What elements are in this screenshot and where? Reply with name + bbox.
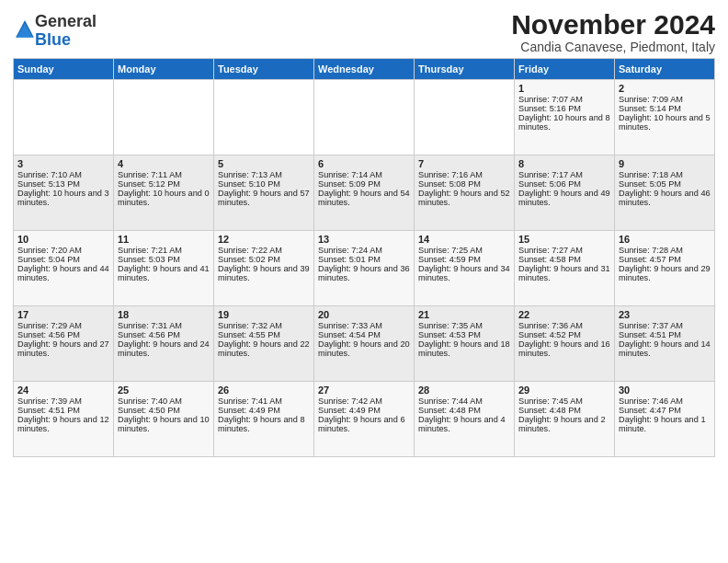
day-info: Sunset: 4:58 PM (518, 255, 610, 264)
calendar-cell: 10Sunrise: 7:20 AMSunset: 5:04 PMDayligh… (14, 231, 114, 306)
day-info: Daylight: 9 hours and 2 minutes. (518, 415, 610, 433)
calendar-header: SundayMondayTuesdayWednesdayThursdayFrid… (14, 59, 715, 80)
day-number: 20 (318, 309, 410, 320)
day-info: Daylight: 10 hours and 0 minutes. (118, 189, 210, 207)
day-info: Sunrise: 7:13 AM (218, 170, 310, 179)
day-number: 14 (418, 234, 510, 245)
day-number: 19 (218, 309, 310, 320)
day-info: Daylight: 10 hours and 5 minutes. (619, 113, 711, 132)
day-number: 6 (318, 158, 410, 169)
day-info: Sunrise: 7:35 AM (418, 321, 510, 330)
day-info: Daylight: 9 hours and 54 minutes. (318, 189, 410, 207)
day-info: Daylight: 9 hours and 14 minutes. (619, 339, 711, 358)
day-info: Sunset: 5:06 PM (518, 179, 610, 189)
weekday-header: Wednesday (314, 59, 415, 80)
calendar-cell: 13Sunrise: 7:24 AMSunset: 5:01 PMDayligh… (314, 231, 415, 306)
day-info: Sunset: 5:09 PM (318, 179, 410, 189)
day-info: Daylight: 10 hours and 8 minutes. (518, 113, 610, 132)
calendar-cell: 30Sunrise: 7:46 AMSunset: 4:47 PMDayligh… (615, 382, 715, 457)
day-number: 30 (619, 385, 711, 396)
day-number: 10 (17, 234, 109, 245)
day-number: 26 (218, 385, 310, 396)
weekday-header: Monday (114, 59, 214, 80)
day-info: Sunset: 4:53 PM (418, 330, 510, 339)
calendar-cell: 6Sunrise: 7:14 AMSunset: 5:09 PMDaylight… (314, 155, 415, 231)
day-number: 11 (118, 234, 210, 245)
day-info: Daylight: 9 hours and 16 minutes. (518, 339, 610, 358)
day-info: Daylight: 9 hours and 31 minutes. (518, 264, 610, 282)
day-info: Daylight: 9 hours and 10 minutes. (118, 415, 210, 433)
day-info: Sunset: 4:56 PM (118, 330, 210, 339)
logo-general: General (35, 12, 97, 30)
day-info: Sunrise: 7:33 AM (318, 321, 410, 330)
day-info: Sunrise: 7:29 AM (17, 321, 109, 330)
day-number: 29 (518, 385, 610, 396)
day-info: Daylight: 9 hours and 8 minutes. (218, 415, 310, 433)
day-info: Sunrise: 7:37 AM (619, 321, 711, 330)
weekday-header: Tuesday (214, 59, 314, 80)
calendar-cell: 15Sunrise: 7:27 AMSunset: 4:58 PMDayligh… (515, 231, 615, 306)
day-info: Sunrise: 7:36 AM (518, 321, 610, 330)
day-info: Daylight: 9 hours and 18 minutes. (418, 339, 510, 358)
day-info: Sunrise: 7:44 AM (418, 396, 510, 406)
calendar-cell: 21Sunrise: 7:35 AMSunset: 4:53 PMDayligh… (415, 306, 515, 382)
calendar-cell: 3Sunrise: 7:10 AMSunset: 5:13 PMDaylight… (14, 155, 114, 231)
logo-blue: Blue (35, 30, 71, 49)
day-info: Sunrise: 7:32 AM (218, 321, 310, 330)
day-number: 17 (17, 309, 109, 320)
day-info: Sunrise: 7:42 AM (318, 396, 410, 406)
day-info: Sunset: 4:48 PM (418, 406, 510, 415)
day-info: Sunrise: 7:07 AM (518, 95, 610, 104)
day-number: 7 (418, 158, 510, 169)
day-info: Daylight: 10 hours and 3 minutes. (17, 189, 109, 207)
calendar-cell: 22Sunrise: 7:36 AMSunset: 4:52 PMDayligh… (515, 306, 615, 382)
calendar-cell: 5Sunrise: 7:13 AMSunset: 5:10 PMDaylight… (214, 155, 314, 231)
header: General Blue November 2024 Candia Canave… (13, 9, 715, 54)
day-info: Daylight: 9 hours and 41 minutes. (118, 264, 210, 282)
calendar-cell: 18Sunrise: 7:31 AMSunset: 4:56 PMDayligh… (114, 306, 214, 382)
day-info: Sunrise: 7:39 AM (17, 396, 109, 406)
day-info: Daylight: 9 hours and 46 minutes. (619, 189, 711, 207)
day-number: 12 (218, 234, 310, 245)
calendar-cell: 2Sunrise: 7:09 AMSunset: 5:14 PMDaylight… (615, 80, 715, 155)
calendar-cell: 19Sunrise: 7:32 AMSunset: 4:55 PMDayligh… (214, 306, 314, 382)
day-info: Sunrise: 7:24 AM (318, 246, 410, 255)
day-info: Sunset: 5:14 PM (619, 104, 711, 113)
day-info: Daylight: 9 hours and 24 minutes. (118, 339, 210, 358)
day-info: Sunset: 4:50 PM (118, 406, 210, 415)
calendar-cell: 1Sunrise: 7:07 AMSunset: 5:16 PMDaylight… (515, 80, 615, 155)
calendar-cell: 24Sunrise: 7:39 AMSunset: 4:51 PMDayligh… (14, 382, 114, 457)
calendar-cell: 27Sunrise: 7:42 AMSunset: 4:49 PMDayligh… (314, 382, 415, 457)
day-number: 3 (17, 158, 109, 169)
calendar-cell: 8Sunrise: 7:17 AMSunset: 5:06 PMDaylight… (515, 155, 615, 231)
calendar-cell: 28Sunrise: 7:44 AMSunset: 4:48 PMDayligh… (415, 382, 515, 457)
day-info: Sunrise: 7:40 AM (118, 396, 210, 406)
day-info: Sunset: 4:56 PM (17, 330, 109, 339)
day-info: Daylight: 9 hours and 34 minutes. (418, 264, 510, 282)
day-info: Sunset: 5:05 PM (619, 179, 711, 189)
day-info: Sunset: 4:52 PM (518, 330, 610, 339)
calendar-cell: 11Sunrise: 7:21 AMSunset: 5:03 PMDayligh… (114, 231, 214, 306)
day-number: 4 (118, 158, 210, 169)
day-info: Sunset: 4:57 PM (619, 255, 711, 264)
day-info: Daylight: 9 hours and 52 minutes. (418, 189, 510, 207)
day-info: Daylight: 9 hours and 36 minutes. (318, 264, 410, 282)
day-info: Daylight: 9 hours and 20 minutes. (318, 339, 410, 358)
day-info: Sunrise: 7:28 AM (619, 246, 711, 255)
day-info: Sunset: 4:51 PM (619, 330, 711, 339)
day-info: Sunrise: 7:22 AM (218, 246, 310, 255)
day-number: 21 (418, 309, 510, 320)
day-number: 15 (518, 234, 610, 245)
day-info: Sunset: 4:54 PM (318, 330, 410, 339)
calendar-cell (14, 80, 114, 155)
day-number: 16 (619, 234, 711, 245)
day-info: Daylight: 9 hours and 6 minutes. (318, 415, 410, 433)
weekday-header: Saturday (615, 59, 715, 80)
subtitle: Candia Canavese, Piedmont, Italy (511, 40, 715, 54)
day-info: Daylight: 9 hours and 44 minutes. (17, 264, 109, 282)
day-info: Daylight: 9 hours and 29 minutes. (619, 264, 711, 282)
calendar-cell: 16Sunrise: 7:28 AMSunset: 4:57 PMDayligh… (615, 231, 715, 306)
calendar-cell (214, 80, 314, 155)
day-info: Sunrise: 7:45 AM (518, 396, 610, 406)
calendar-cell (314, 80, 415, 155)
